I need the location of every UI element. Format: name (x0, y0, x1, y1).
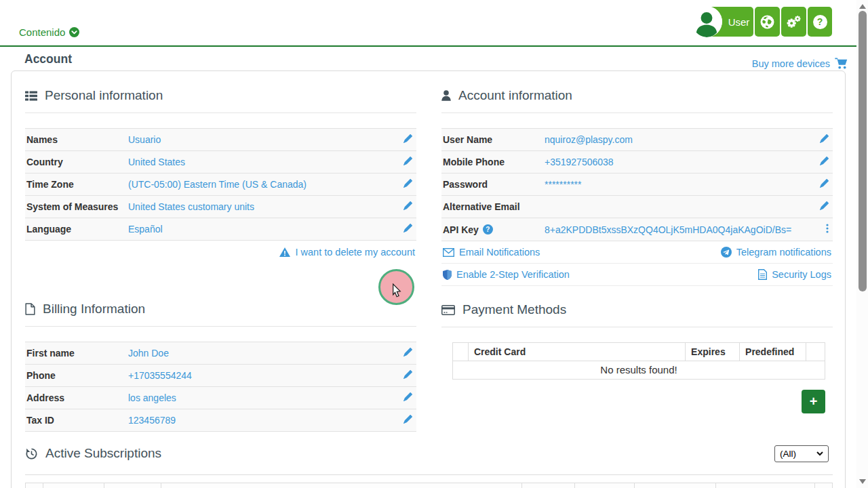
column-header-blank (806, 343, 825, 361)
table-row: Time Zone (UTC-05:00) Eastern Time (US &… (25, 174, 416, 196)
empty-results-row: No results found! (453, 361, 825, 380)
edit-pencil-icon[interactable] (403, 392, 412, 401)
edit-pencil-icon[interactable] (403, 348, 412, 357)
edit-pencil-icon[interactable] (403, 370, 412, 379)
email-notifications-label: Email Notifications (459, 247, 540, 258)
warning-triangle-icon (279, 247, 290, 257)
user-avatar[interactable] (691, 6, 722, 37)
file-text-icon (758, 269, 767, 280)
help-button[interactable]: ? (808, 7, 832, 37)
shopping-cart-icon (835, 58, 848, 69)
row-value-link[interactable]: Español (128, 224, 163, 235)
active-subscriptions-section: Active Subscriptions (All) (25, 441, 833, 488)
row-label: Phone (25, 365, 127, 387)
api-key-value[interactable]: 8+a2KPDDBt5xssBXzQQ4OLjK5mHDA0Q4jaKAgOiD… (545, 224, 791, 235)
row-label: Mobile Phone (441, 151, 543, 174)
table-row: First name John Doe (25, 342, 416, 365)
table-row: Tax ID 123456789 (25, 409, 416, 432)
row-value-link[interactable]: +351927506038 (545, 157, 614, 167)
api-key-help-icon[interactable]: ? (483, 224, 493, 235)
account-info-header: Account information (441, 87, 833, 104)
row-value-link[interactable]: (UTC-05:00) Eastern Time (US & Canada) (128, 179, 307, 190)
empty-results-message: No results found! (453, 361, 825, 380)
delete-account-link[interactable]: I want to delete my account (25, 241, 416, 264)
edit-pencil-icon[interactable] (403, 134, 412, 143)
right-column: Account information User Name nquiroz@pl… (441, 71, 833, 413)
row-value-link[interactable]: 123456789 (128, 415, 176, 426)
page-title: Account (24, 52, 72, 66)
user-icon (441, 90, 451, 101)
row-value-link[interactable]: nquiroz@plaspy.com (545, 134, 633, 145)
column-header-credit-card: Credit Card (468, 343, 685, 361)
add-payment-method-button[interactable]: + (802, 390, 825, 413)
top-navbar: Contenido User (0, 0, 856, 47)
account-panel: Personal information Names Usuario Count… (11, 70, 846, 488)
row-label: Address (25, 387, 127, 409)
row-value-link[interactable]: +17035554244 (128, 370, 192, 381)
language-button[interactable] (755, 7, 780, 37)
table-row: API Key ? 8+a2KPDDBt5xssBXzQQ4OLjK5mHDA0… (441, 218, 833, 241)
section-title: Billing Information (43, 300, 145, 318)
table-row: Address los angeles (25, 387, 416, 409)
scroll-up-arrow[interactable] (859, 4, 866, 9)
edit-pencil-icon[interactable] (403, 179, 412, 188)
edit-pencil-icon[interactable] (820, 201, 829, 210)
scroll-down-arrow[interactable] (859, 479, 866, 484)
billing-info-header: Billing Information (25, 300, 416, 318)
delete-account-label: I want to delete my account (295, 247, 415, 258)
security-logs-link[interactable]: Security Logs (758, 269, 831, 280)
row-label: First name (25, 342, 127, 365)
row-label: Alternative Email (441, 196, 543, 218)
edit-pencil-icon[interactable] (820, 179, 829, 188)
edit-pencil-icon[interactable] (403, 224, 412, 232)
table-row: Language Español (25, 218, 416, 241)
chevron-down-icon (816, 451, 823, 456)
vertical-scrollbar[interactable] (856, 0, 868, 488)
email-notifications-link[interactable]: Email Notifications (443, 247, 540, 258)
edit-pencil-icon[interactable] (403, 157, 412, 165)
divider (25, 474, 833, 475)
table-row: Phone +17035554244 (25, 365, 416, 387)
edit-pencil-icon[interactable] (820, 157, 829, 165)
row-label: Names (25, 129, 127, 151)
subscriptions-filter-select[interactable]: (All) (774, 445, 829, 462)
chevron-circle-down-icon (69, 27, 79, 37)
row-label: API Key (443, 224, 479, 235)
enable-2step-link[interactable]: Enable 2-Step Verification (443, 269, 570, 280)
edit-pencil-icon[interactable] (403, 415, 412, 424)
payment-methods-header: Payment Methods (441, 301, 833, 319)
row-label: Country (25, 151, 127, 174)
row-value-link[interactable]: Usuario (128, 134, 161, 145)
row-value-link[interactable]: United States (128, 157, 185, 167)
edit-pencil-icon[interactable] (403, 201, 412, 210)
enable-2step-label: Enable 2-Step Verification (456, 269, 570, 280)
table-row: Names Usuario (25, 129, 416, 151)
edit-pencil-icon[interactable] (820, 134, 829, 143)
row-value-link[interactable]: United States customary units (128, 201, 254, 212)
settings-button[interactable] (781, 7, 806, 37)
section-title: Payment Methods (462, 301, 566, 319)
divider (25, 113, 416, 113)
subscriptions-table (25, 483, 833, 488)
table-row: User Name nquiroz@plaspy.com (441, 129, 833, 151)
row-value-link[interactable]: ********** (545, 179, 581, 190)
divider (25, 326, 416, 327)
table-row: System of Measures United States customa… (25, 196, 416, 218)
table-row: Country United States (25, 151, 416, 174)
content-menu-toggle[interactable]: Contenido (19, 26, 79, 38)
section-title: Personal information (45, 87, 163, 104)
telegram-notifications-link[interactable]: Telegram notifications (721, 247, 831, 258)
buy-more-devices-label: Buy more devices (752, 58, 830, 69)
row-value-link[interactable]: los angeles (128, 392, 176, 403)
notifications-row: Email Notifications Telegram notificatio… (441, 241, 833, 264)
table-row: Alternative Email (441, 196, 833, 218)
user-menu-label: User (728, 16, 750, 28)
column-header-blank (453, 343, 469, 361)
kebab-menu-icon[interactable] (826, 224, 829, 233)
subscriptions-filter-value: (All) (780, 449, 796, 459)
table-row: Mobile Phone +351927506038 (441, 151, 833, 174)
buy-more-devices-link[interactable]: Buy more devices (752, 58, 848, 69)
row-value-link[interactable]: John Doe (128, 348, 169, 359)
scrollbar-thumb[interactable] (859, 11, 867, 291)
row-label: Language (25, 218, 127, 241)
